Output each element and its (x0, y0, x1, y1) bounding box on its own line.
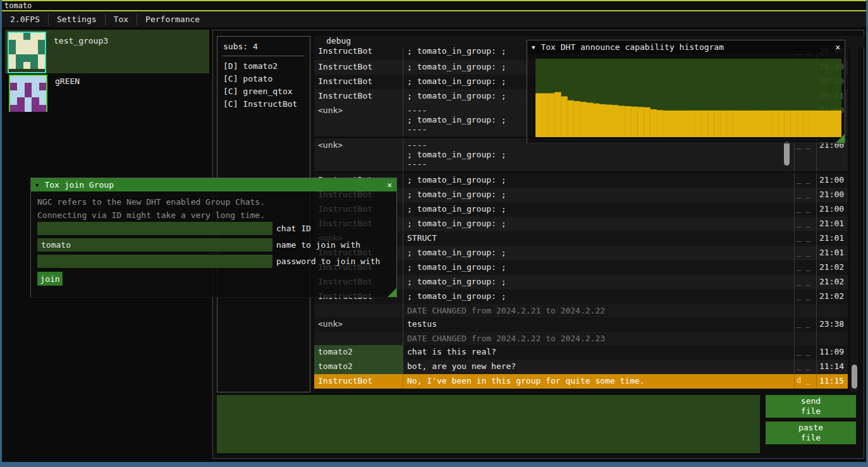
dht-histogram-title: Tox DHT announce capability histogram (541, 42, 724, 52)
collapse-icon[interactable]: ▼ (532, 44, 535, 51)
send-file-label-line2: file (801, 406, 821, 416)
message-input[interactable] (217, 395, 760, 453)
member-list: [D] tomato2[C] potato[C] green_qtox[C] I… (217, 60, 310, 111)
message-timestamp (816, 332, 847, 345)
join-group-window: ▼ Tox join Group ✕ NGC refers to the New… (30, 178, 397, 298)
message-text: ; tomato_in_group: ; (403, 188, 794, 202)
message-timestamp: 21:02 (816, 289, 847, 304)
member-item[interactable]: [D] tomato2 (217, 60, 310, 73)
menu-bar: 2.0FPS Settings Tox Performance (2, 11, 866, 27)
group-avatar-icon (8, 32, 46, 73)
message-flags: _ _ (794, 217, 816, 231)
message-flags: _ _ (794, 246, 816, 260)
join-name-field[interactable] (37, 238, 272, 252)
chat-scrollbar-track[interactable] (850, 47, 858, 392)
message-sender: tomato2 (314, 345, 403, 360)
message-flags: _ _ (794, 289, 816, 304)
message-sender: InstructBot (314, 374, 403, 389)
message-text: bot, are you new here? (403, 360, 794, 374)
chat-message-row[interactable]: InstructBotNo, I've been in this group f… (314, 374, 848, 389)
message-text: ; tomato_in_group: ; (403, 260, 794, 275)
member-item[interactable]: [C] InstructBot (217, 98, 310, 111)
menu-fps: 2.0FPS (2, 11, 48, 27)
message-timestamp: 21:00 (816, 188, 847, 202)
message-timestamp: 21:02 (816, 275, 847, 289)
send-file-button[interactable]: send file (766, 395, 856, 418)
window-titlebar[interactable]: tomato (0, 0, 868, 11)
message-sender (314, 332, 403, 345)
message-sender: InstructBot (314, 47, 403, 60)
join-button[interactable]: join (37, 272, 63, 286)
message-flags: _ _ (794, 317, 816, 332)
dht-histogram-plot (535, 59, 841, 137)
join-password-label: password to join with (276, 255, 380, 268)
message-text: DATE CHANGED from 2024.2.21 to 2024.2.22 (403, 304, 794, 317)
dht-histogram-titlebar[interactable]: ▼ Tox DHT announce capability histogram … (527, 40, 845, 54)
send-file-label-line1: send (801, 396, 821, 406)
member-item[interactable]: [C] potato (217, 73, 310, 85)
message-timestamp: 21:01 (816, 217, 847, 231)
message-text: chat is this real? (403, 345, 794, 360)
message-timestamp: 11:09 (816, 345, 847, 360)
paste-file-button[interactable]: paste file (766, 422, 856, 444)
date-changed-row[interactable]: DATE CHANGED from 2024.2.21 to 2024.2.22 (314, 304, 848, 317)
join-group-body: NGC refers to the New DHT enabled Group … (31, 191, 396, 298)
menu-settings[interactable]: Settings (49, 11, 105, 27)
message-flags: _ _ (794, 188, 816, 202)
menu-tox[interactable]: Tox (106, 11, 137, 27)
message-sender (314, 304, 403, 317)
chat-message-row[interactable]: tomato2chat is this real?_ _11:09 (314, 345, 848, 360)
message-text: ; tomato_in_group: ; (403, 289, 794, 304)
paste-file-label-line2: file (801, 433, 821, 443)
resize-grip-icon[interactable] (836, 134, 845, 143)
message-text: STRUCT (403, 231, 794, 246)
message-sender: InstructBot (314, 89, 403, 104)
join-help-text: Connecting via ID might take a very long… (37, 210, 265, 220)
log-scrollbar-handle[interactable] (784, 142, 790, 166)
subs-count: subs: 4 (217, 37, 310, 51)
chat-id-label: chat ID (276, 222, 311, 235)
message-text: No, I've been in this group for quite so… (403, 374, 794, 389)
collapse-icon[interactable]: ▼ (35, 182, 39, 188)
dht-histogram-window: ▼ Tox DHT announce capability histogram … (527, 40, 845, 143)
group-avatar-icon (9, 75, 47, 112)
message-flags: _ _ (794, 345, 816, 360)
divider (223, 56, 305, 56)
sidebar-item-test-group3[interactable]: test_group3 (5, 30, 209, 73)
message-timestamp: 21:01 (816, 231, 847, 246)
member-item[interactable]: [C] green_qtox (217, 85, 310, 98)
sidebar-item-green[interactable]: gREEN (5, 73, 209, 112)
menu-performance[interactable]: Performance (137, 11, 208, 27)
message-flags: _ _ (794, 173, 816, 188)
message-text: ; tomato_in_group: ; (403, 246, 794, 260)
message-text: ; tomato_in_group: ; (403, 202, 794, 217)
message-flags (794, 332, 816, 345)
message-sender: tomato2 (314, 360, 403, 374)
message-sender: <unk> (314, 104, 403, 136)
message-flags: _ _ (794, 275, 816, 289)
chat-message-row[interactable]: <unk>testus_ _23:38 (314, 317, 848, 332)
message-flags: _ _ (794, 360, 816, 374)
message-timestamp: 11:14 (816, 360, 847, 374)
join-help-text: NGC refers to the New DHT enabled Group … (37, 197, 265, 207)
message-sender: InstructBot (314, 75, 403, 89)
chat-message-row[interactable]: tomato2bot, are you new here?_ _11:14 (314, 360, 848, 374)
join-group-titlebar[interactable]: ▼ Tox join Group ✕ (31, 178, 396, 191)
message-timestamp: 21:00 (816, 173, 847, 188)
date-changed-row[interactable]: DATE CHANGED from 2024.2.22 to 2024.2.23 (314, 332, 848, 345)
resize-grip-icon[interactable] (388, 288, 396, 297)
join-name-label: name to join with (276, 238, 360, 252)
join-password-field[interactable] (37, 255, 272, 268)
chat-id-field[interactable] (37, 222, 272, 235)
group-name: test_group3 (54, 36, 108, 73)
close-icon[interactable]: ✕ (387, 180, 392, 190)
message-sender: InstructBot (314, 60, 403, 75)
chat-scrollbar-handle[interactable] (852, 365, 857, 389)
paste-file-label-line1: paste (798, 423, 823, 433)
message-sender: <unk> (314, 138, 403, 171)
message-timestamp: 21:00 (816, 202, 847, 217)
message-text: ; tomato_in_group: ; (403, 217, 794, 231)
message-text: ; tomato_in_group: ; (403, 173, 794, 188)
close-icon[interactable]: ✕ (835, 42, 840, 52)
message-timestamp: 21:02 (816, 260, 847, 275)
